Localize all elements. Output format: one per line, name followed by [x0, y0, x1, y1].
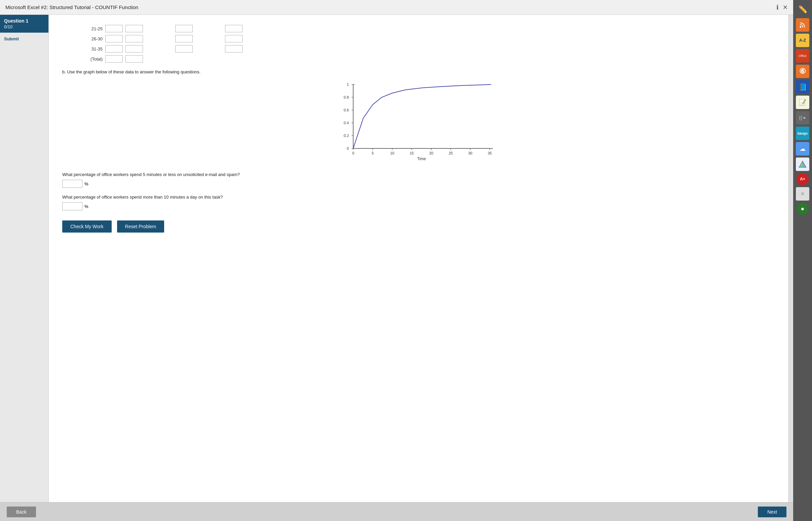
svg-text:Time: Time — [417, 157, 426, 161]
cell-input[interactable] — [175, 45, 193, 52]
submit-panel: Submit — [0, 32, 48, 45]
book-icon[interactable]: 📘 — [796, 80, 809, 94]
data-table: 21-25 26-30 — [82, 25, 775, 63]
cell-input[interactable] — [105, 45, 123, 52]
cell-input[interactable] — [225, 45, 242, 52]
right-sidebar: ✏️ A-Z Office ⑥ 📘 📝 ((❧ bango ☁ A+ ≡ ● — [793, 0, 812, 521]
cell-input[interactable] — [125, 55, 143, 63]
cell-input[interactable] — [105, 25, 123, 32]
reset-problem-button[interactable]: Reset Problem — [117, 221, 165, 232]
rss-icon[interactable] — [796, 18, 809, 32]
content-area: 21-25 26-30 — [49, 15, 788, 502]
info-button[interactable]: ℹ — [777, 4, 779, 11]
svg-text:0.8: 0.8 — [343, 95, 349, 99]
submit-button[interactable]: Submit — [4, 36, 19, 41]
row-inputs-21-25 — [105, 25, 242, 32]
pages-icon[interactable]: ≡ — [796, 187, 809, 201]
chat-icon[interactable]: ((❧ — [796, 111, 809, 124]
question-1-text: What percentage of office workers spend … — [62, 172, 775, 177]
row-inputs-total — [105, 55, 143, 63]
check-my-work-button[interactable]: Check My Work — [62, 221, 112, 232]
az-icon[interactable]: A-Z — [796, 33, 809, 47]
close-button[interactable]: ✕ — [783, 4, 788, 11]
row-label-total: (Total) — [82, 56, 102, 62]
svg-text:0.4: 0.4 — [343, 121, 349, 125]
cell-input[interactable] — [175, 25, 193, 32]
cell-input[interactable] — [105, 55, 123, 63]
table-row: 21-25 — [82, 25, 775, 32]
cloud-icon[interactable]: ☁ — [796, 142, 809, 156]
table-row: 26-30 — [82, 35, 775, 42]
table-row-total: (Total) — [82, 55, 775, 63]
question-2-text: What percentage of office workers spend … — [62, 195, 775, 200]
answer-row-1: % — [62, 180, 775, 188]
chart-svg: 0 0.2 0.4 0.6 0.8 1 0 — [338, 81, 500, 162]
table-row: 31-35 — [82, 45, 775, 52]
notepad-icon[interactable]: 📝 — [796, 96, 809, 109]
section-b-text: b. Use the graph below of these data to … — [62, 69, 775, 74]
back-button[interactable]: Back — [7, 506, 36, 517]
svg-text:0.6: 0.6 — [343, 108, 349, 112]
question-score: 0/10 — [4, 24, 44, 29]
svg-text:10: 10 — [390, 151, 394, 155]
left-sidebar: Question 1 0/10 Submit — [0, 15, 49, 502]
answer-input-2[interactable] — [62, 202, 82, 210]
cell-input[interactable] — [175, 35, 193, 42]
svg-text:25: 25 — [448, 151, 452, 155]
row-label-21-25: 21-25 — [82, 26, 102, 31]
aplus-icon[interactable]: A+ — [796, 173, 809, 185]
question-block-2: What percentage of office workers spend … — [62, 195, 775, 210]
svg-text:0: 0 — [352, 151, 354, 155]
pencil-icon[interactable]: ✏️ — [796, 3, 809, 16]
avatar-icon[interactable]: ● — [796, 203, 809, 215]
svg-text:35: 35 — [487, 151, 492, 155]
question-panel: Question 1 0/10 — [0, 15, 48, 32]
percent-label-1: % — [85, 181, 89, 186]
action-buttons: Check My Work Reset Problem — [62, 221, 775, 232]
header: Microsoft Excel #2: Structured Tutorial … — [0, 0, 793, 15]
cell-input[interactable] — [225, 25, 242, 32]
answer-input-1[interactable] — [62, 180, 82, 188]
circle-number-icon[interactable]: ⑥ — [796, 65, 809, 78]
svg-text:20: 20 — [429, 151, 433, 155]
cell-input[interactable] — [125, 45, 143, 52]
svg-point-32 — [800, 26, 802, 28]
percent-label-2: % — [85, 204, 89, 209]
footer: Back Next — [0, 502, 793, 521]
bango-icon[interactable]: bango — [796, 127, 809, 140]
question-block-1: What percentage of office workers spend … — [62, 172, 775, 188]
header-title: Microsoft Excel #2: Structured Tutorial … — [5, 4, 138, 10]
row-inputs-26-30 — [105, 35, 242, 42]
scrollbar[interactable] — [788, 15, 793, 502]
cell-input[interactable] — [125, 35, 143, 42]
svg-text:0.2: 0.2 — [343, 134, 349, 138]
cell-input[interactable] — [225, 35, 242, 42]
row-label-31-35: 31-35 — [82, 46, 102, 51]
svg-text:30: 30 — [468, 151, 472, 155]
question-label: Question 1 — [4, 18, 44, 24]
answer-row-2: % — [62, 202, 775, 210]
cell-input[interactable] — [125, 25, 143, 32]
cell-input[interactable] — [105, 35, 123, 42]
header-icons: ℹ ✕ — [777, 4, 788, 11]
svg-text:0: 0 — [347, 146, 349, 151]
svg-text:5: 5 — [372, 151, 373, 155]
office-icon[interactable]: Office — [796, 49, 809, 63]
svg-text:15: 15 — [409, 151, 413, 155]
drive-icon[interactable] — [796, 158, 809, 171]
row-label-26-30: 26-30 — [82, 36, 102, 41]
row-inputs-31-35 — [105, 45, 242, 52]
svg-text:1: 1 — [347, 83, 349, 87]
chart-container: 0 0.2 0.4 0.6 0.8 1 0 — [62, 81, 775, 162]
next-button[interactable]: Next — [758, 506, 786, 517]
